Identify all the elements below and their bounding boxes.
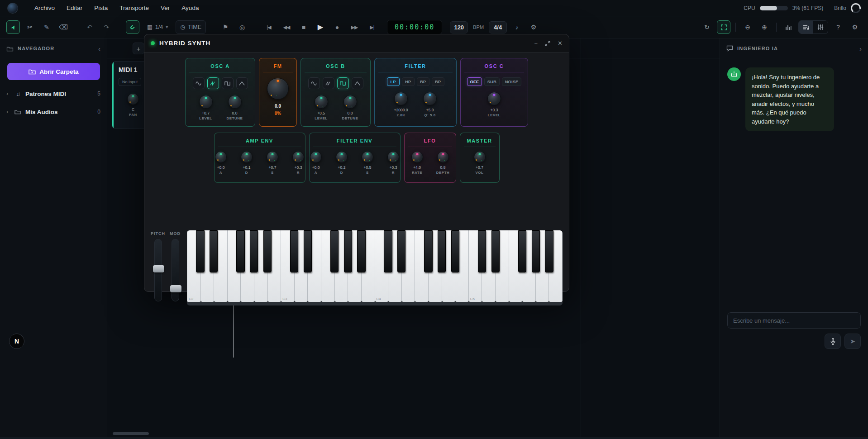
knob-2-0k[interactable]: +2000.02.0K bbox=[391, 92, 411, 117]
collapse-left-icon[interactable]: ‹ bbox=[98, 45, 100, 52]
track-name[interactable]: MIDI 1 bbox=[119, 66, 137, 73]
piano-black-key[interactable] bbox=[330, 230, 339, 272]
stop-button[interactable]: ■ bbox=[297, 20, 310, 34]
mode-bp-button[interactable]: BP bbox=[417, 77, 429, 86]
piano-black-key[interactable] bbox=[438, 230, 446, 272]
knob-level[interactable]: +0.3LEVEL bbox=[484, 92, 504, 117]
piano-black-key[interactable] bbox=[250, 230, 258, 272]
mode-hp-button[interactable]: HP bbox=[402, 77, 415, 86]
piano-black-key[interactable] bbox=[196, 230, 204, 272]
play-button[interactable]: ▶ bbox=[314, 20, 327, 34]
knob-detune[interactable]: 0.0DETUNE bbox=[225, 95, 245, 120]
settings-button[interactable]: ⚙ bbox=[848, 20, 862, 34]
knob-d[interactable]: +0.1D bbox=[237, 151, 257, 175]
track-input-badge[interactable]: No Input bbox=[119, 78, 141, 86]
notification-fab[interactable]: N bbox=[9, 334, 24, 349]
synth-window-titlebar[interactable]: HYBRID SYNTH − ✕ bbox=[144, 34, 569, 52]
sine-wave-button[interactable] bbox=[308, 77, 320, 89]
close-button[interactable]: ✕ bbox=[558, 40, 563, 47]
horizontal-scrollbar-thumb[interactable] bbox=[113, 432, 149, 435]
sine-wave-button[interactable] bbox=[193, 77, 205, 89]
knob-detune[interactable]: 0.0DETUNE bbox=[340, 95, 360, 120]
time-signature-value[interactable]: 4/4 bbox=[489, 21, 507, 33]
knob-d[interactable]: +0.2D bbox=[332, 151, 352, 175]
triangle-wave-button[interactable] bbox=[352, 77, 363, 89]
mode-bp-button[interactable]: BP bbox=[432, 77, 444, 86]
erase-tool-button[interactable]: ⌫ bbox=[57, 20, 70, 34]
menu-item-editar[interactable]: Editar bbox=[67, 5, 82, 11]
skip-to-start-button[interactable]: |◀ bbox=[262, 20, 276, 34]
app-logo[interactable] bbox=[7, 3, 18, 14]
square-wave-button[interactable] bbox=[222, 77, 234, 89]
sidebar-item-mis-audios[interactable]: › Mis Audios 0 bbox=[0, 103, 107, 121]
triangle-wave-button[interactable] bbox=[236, 77, 248, 89]
mod-wheel[interactable] bbox=[172, 239, 179, 301]
piano-black-key[interactable] bbox=[545, 230, 553, 272]
menu-item-archivo[interactable]: Archivo bbox=[34, 5, 55, 11]
skip-to-end-button[interactable]: ▶| bbox=[365, 20, 379, 34]
knob-level[interactable]: +0.7LEVEL bbox=[196, 95, 216, 120]
mixer-view-button[interactable] bbox=[813, 21, 828, 33]
piano-black-key[interactable] bbox=[210, 230, 218, 272]
minimize-button[interactable]: − bbox=[534, 40, 538, 47]
help-button[interactable]: ? bbox=[831, 20, 845, 34]
piano-black-key[interactable] bbox=[236, 230, 244, 272]
metronome-button[interactable]: ♪ bbox=[510, 20, 524, 34]
saw-wave-button[interactable] bbox=[207, 77, 219, 89]
menu-item-pista[interactable]: Pista bbox=[94, 5, 108, 11]
fast-forward-button[interactable]: ▶▶ bbox=[347, 20, 362, 34]
knob-level[interactable]: +0.5LEVEL bbox=[311, 95, 331, 120]
mode-lp-button[interactable]: LP bbox=[387, 77, 400, 86]
knob-q-5-0[interactable]: +5.0Q: 5.0 bbox=[420, 92, 440, 117]
record-button[interactable]: ● bbox=[330, 20, 344, 34]
piano-black-key[interactable] bbox=[491, 230, 500, 272]
track-pan-control[interactable]: C PAN bbox=[125, 93, 141, 117]
mod-wheel-handle[interactable] bbox=[170, 285, 181, 292]
loop-record-button[interactable]: ◎ bbox=[235, 20, 249, 34]
piano-black-key[interactable] bbox=[518, 230, 526, 272]
square-wave-button[interactable] bbox=[337, 77, 349, 89]
rewind-button[interactable]: ◀◀ bbox=[279, 20, 294, 34]
menu-item-ver[interactable]: Ver bbox=[161, 5, 170, 11]
knob-s[interactable]: +0.7S bbox=[262, 151, 282, 175]
piano-black-key[interactable] bbox=[304, 230, 312, 272]
microphone-button[interactable] bbox=[825, 334, 841, 349]
chat-message-input[interactable] bbox=[727, 312, 861, 329]
knob-r[interactable]: +0.3R bbox=[383, 151, 403, 175]
cut-tool-button[interactable]: ✂ bbox=[23, 20, 37, 34]
marker-flag-button[interactable]: ⚑ bbox=[219, 20, 232, 34]
brightness-knob[interactable] bbox=[851, 3, 861, 13]
mode-sub-button[interactable]: SUB bbox=[484, 77, 500, 86]
piano-black-key[interactable] bbox=[478, 230, 486, 272]
collapse-right-icon[interactable]: › bbox=[859, 45, 862, 52]
piano-black-key[interactable] bbox=[451, 230, 459, 272]
knob-r[interactable]: +0.3R bbox=[288, 151, 308, 175]
snap-toggle-button[interactable]: ∪ bbox=[126, 20, 139, 34]
undo-button[interactable]: ↶ bbox=[83, 20, 96, 34]
piano-black-key[interactable] bbox=[397, 230, 405, 272]
piano-black-key[interactable] bbox=[344, 230, 352, 272]
menu-item-ayuda[interactable]: Ayuda bbox=[181, 5, 199, 11]
piano-black-key[interactable] bbox=[357, 230, 365, 272]
fullscreen-button[interactable] bbox=[717, 20, 730, 34]
draw-tool-button[interactable]: ✎ bbox=[40, 20, 53, 34]
piano-black-key[interactable] bbox=[424, 230, 432, 272]
keyboard-scroll-strip[interactable] bbox=[187, 302, 563, 305]
knob-s[interactable]: +0.5S bbox=[358, 151, 377, 175]
zoom-in-button[interactable]: ⊕ bbox=[758, 20, 771, 34]
piano-black-key[interactable] bbox=[384, 230, 392, 272]
send-message-button[interactable]: ➤ bbox=[844, 334, 861, 349]
pitch-wheel-handle[interactable] bbox=[153, 265, 164, 272]
saw-wave-button[interactable] bbox=[323, 77, 334, 89]
pitch-wheel[interactable] bbox=[154, 239, 162, 301]
add-track-button[interactable]: + bbox=[133, 43, 144, 54]
menu-item-transporte[interactable]: Transporte bbox=[119, 5, 149, 11]
tempo-settings-button[interactable]: ⚙ bbox=[527, 20, 540, 34]
zoom-out-button[interactable]: ⊖ bbox=[741, 20, 754, 34]
time-mode-button[interactable]: ◷ TIME bbox=[176, 20, 206, 34]
piano-black-key[interactable] bbox=[290, 230, 298, 272]
piano-black-key[interactable] bbox=[532, 230, 540, 272]
knob-depth[interactable]: 0.8DEPTH bbox=[433, 151, 453, 175]
maximize-button[interactable] bbox=[545, 41, 550, 46]
redo-button[interactable]: ↷ bbox=[100, 20, 113, 34]
